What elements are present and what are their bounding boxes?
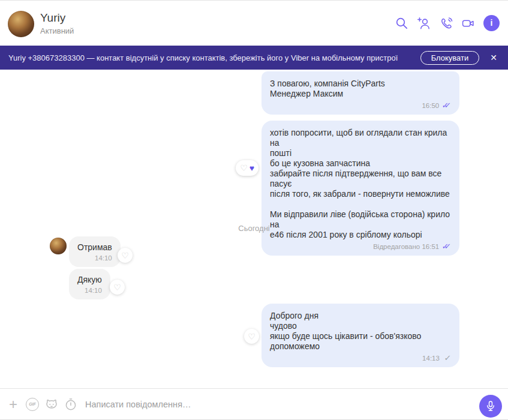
message-text: Дякую [77,275,102,285]
banner-text: Yuriy +380673283300 — контакт відсутній … [8,53,398,62]
read-receipt-icon: ✓✓ [441,101,452,110]
message-bubble[interactable]: хотів попросити, щоб ви оглядали стан кр… [261,121,459,256]
info-icon[interactable]: i [483,15,500,31]
gif-label: GIF [26,398,39,411]
date-divider: Сьогодні [0,224,508,233]
heart-filled-icon: ♥ [250,164,254,172]
close-icon[interactable]: ✕ [488,52,500,64]
heart-outline-icon: ♡ [113,283,121,292]
contact-avatar[interactable] [8,11,34,37]
recent-stickers-icon[interactable] [64,397,78,412]
chat-header: Yuriy Активний [0,1,508,46]
message-input[interactable] [85,400,474,409]
message-bubble[interactable]: З повагою, компанія CityParts Менеджер М… [261,71,459,115]
message-outgoing: З повагою, компанія CityParts Менеджер М… [261,71,459,115]
message-outgoing: Доброго дня чудово якщо буде щось цікави… [261,304,459,367]
message-incoming: Отримав 14:10 [69,236,121,267]
viber-chat-window: Yuriy Активний [0,0,508,420]
read-receipt-icon: ✓✓ [441,242,452,251]
like-button[interactable]: ♡ [118,248,133,263]
search-icon[interactable] [395,16,409,31]
message-time: 14:13 [422,355,440,362]
call-icon[interactable] [439,16,453,31]
message-bubble[interactable]: Отримав 14:10 [69,236,121,267]
video-call-icon[interactable] [461,16,476,31]
header-actions: i [395,15,501,31]
sent-receipt-icon: ✓ [444,353,452,362]
like-button[interactable]: ♡ [110,280,125,295]
edited-label: Відредаговано [373,243,420,250]
sticker-icon[interactable] [44,397,59,412]
attach-icon[interactable]: + [6,397,20,412]
heart-outline-icon: ♡ [240,164,248,172]
reaction-pill[interactable]: ♡ ♥ [236,160,258,176]
info-glyph: i [491,18,493,28]
heart-outline-icon: ♡ [248,332,255,341]
contact-name: Yuriy [40,11,74,25]
message-list: З повагою, компанія CityParts Менеджер М… [0,70,508,389]
unknown-contact-banner: Yuriy +380673283300 — контакт відсутній … [0,46,508,70]
message-time: 14:10 [77,253,112,263]
block-button[interactable]: Блокувати [420,51,480,65]
gif-icon[interactable]: GIF [25,397,40,412]
microphone-button[interactable] [479,395,502,418]
message-composer: + GIF [0,388,508,419]
message-text: Отримав [77,242,112,253]
contact-status: Активний [40,26,74,35]
message-time: 14:10 [77,286,102,296]
like-button[interactable]: ♡ [244,329,259,344]
message-incoming: Дякую 14:10 [69,269,110,299]
contact-avatar[interactable] [50,238,67,254]
message-time: 16:51 [422,243,439,250]
add-contact-icon[interactable] [417,16,431,31]
microphone-icon [484,400,497,413]
message-text: З повагою, компанія CityParts Менеджер М… [270,79,451,99]
message-bubble[interactable]: Доброго дня чудово якщо буде щось цікави… [261,304,459,367]
message-bubble[interactable]: Дякую 14:10 [69,269,110,299]
heart-outline-icon: ♡ [121,251,129,260]
message-outgoing: хотів попросити, щоб ви оглядали стан кр… [261,121,459,256]
message-text: Доброго дня чудово якщо буде щось цікави… [270,311,451,352]
message-text: хотів попросити, щоб ви оглядали стан кр… [270,128,451,240]
message-time: 16:50 [422,102,439,109]
